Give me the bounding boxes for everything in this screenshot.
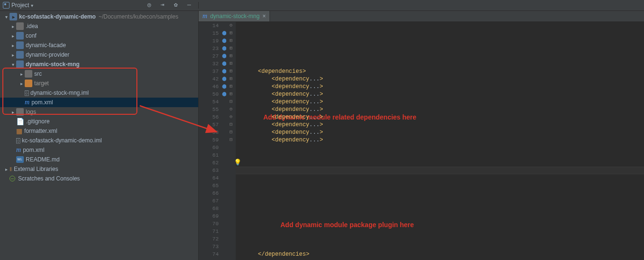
file-icon: ⌹ [16, 137, 20, 144]
editor-tabs: m dynamic-stock-mng × [199, 11, 644, 22]
project-icon [3, 2, 10, 9]
node-label: External Libraries [14, 166, 58, 172]
tree-formatter[interactable]: ▦ formatter.xml [0, 126, 198, 136]
library-icon: ⫴ [10, 166, 12, 172]
folder-icon: ▸ [10, 13, 17, 20]
collapse-arrow-icon[interactable]: ▸ [10, 110, 16, 115]
editor-area: m dynamic-stock-mng × 141519232732374246… [199, 11, 644, 260]
collapse-arrow-icon[interactable]: ▸ [10, 24, 16, 29]
vcs-gutter: ⬤⬤⬤⬤⬤⬤⬤⬤⬤ [222, 22, 226, 260]
folder-icon [16, 41, 24, 49]
node-label: formatter.xml [24, 128, 57, 134]
node-label: pom.xml [31, 99, 53, 106]
editor-body[interactable]: 1415192327323742465054555657585960616263… [199, 22, 644, 260]
project-toolbar: ◎ ⇥ ✿ — [146, 2, 195, 9]
locate-icon[interactable]: ◎ [146, 2, 153, 9]
expand-arrow-icon[interactable]: ▾ [3, 14, 10, 20]
collapse-icon[interactable]: ⇥ [159, 2, 166, 9]
tree-root-pom[interactable]: m pom.xml [0, 145, 198, 155]
node-label: dynamic-stock-mng.iml [30, 90, 89, 96]
tree-readme[interactable]: M↓ README.md [0, 155, 198, 164]
close-icon[interactable]: × [262, 13, 266, 20]
node-label: README.md [26, 156, 59, 163]
node-label: kc-sofastack-dynamic-demo.iml [22, 137, 102, 144]
line-gutter[interactable]: 1415192327323742465054555657585960616263… [199, 22, 222, 260]
tree-target[interactable]: ▸ target [0, 79, 198, 88]
collapse-arrow-icon[interactable]: ▸ [18, 81, 25, 86]
markdown-icon: M↓ [16, 156, 24, 163]
tree-root[interactable]: ▾ ▸ kc-sofastack-dynamic-demo ~/Document… [0, 12, 198, 21]
root-path: ~/Documents/kubecon/samples [98, 13, 178, 20]
file-icon: 📄 [16, 118, 24, 125]
tree-pom-selected[interactable]: m pom.xml [0, 98, 198, 107]
collapse-arrow-icon[interactable]: ▸ [10, 33, 16, 39]
node-label: Scratches and Consoles [18, 175, 80, 182]
collapse-arrow-icon[interactable]: ▸ [3, 167, 10, 172]
tree-facade[interactable]: ▸ dynamic-facade [0, 40, 198, 50]
tab-label: dynamic-stock-mng [210, 13, 260, 20]
folder-icon [25, 70, 32, 78]
chevron-down-icon: ▾ [31, 3, 33, 8]
folder-icon [16, 32, 24, 40]
root-name: kc-sofastack-dynamic-demo [19, 13, 96, 20]
node-label: logs [26, 109, 36, 115]
hide-icon[interactable]: — [186, 2, 192, 9]
editor-tab[interactable]: m dynamic-stock-mng × [199, 11, 270, 21]
project-tree[interactable]: ▾ ▸ kc-sofastack-dynamic-demo ~/Document… [0, 11, 199, 260]
folder-icon [16, 51, 24, 59]
folder-icon [16, 108, 24, 116]
xml-icon: ▦ [16, 127, 22, 135]
node-label: conf [26, 32, 37, 39]
folder-icon [16, 60, 24, 68]
collapse-arrow-icon[interactable]: ▸ [10, 52, 16, 58]
node-label: dynamic-stock-mng [26, 61, 79, 68]
folder-icon [16, 22, 24, 30]
tree-logs[interactable]: ▸ logs [0, 107, 198, 117]
tree-provider[interactable]: ▸ dynamic-provider [0, 50, 198, 60]
tree-conf[interactable]: ▸ conf [0, 31, 198, 40]
fold-gutter[interactable]: ⊖⊞⊞⊞⊞⊞⊞⊞⊞⊞⊟⊖⊖⊟⊟⊟ [226, 22, 236, 260]
node-label: target [34, 80, 49, 87]
tree-src[interactable]: ▸ src [0, 69, 198, 79]
collapse-arrow-icon[interactable]: ▸ [18, 71, 25, 77]
tree-scratches[interactable]: ▸ Scratches and Consoles [0, 174, 198, 183]
intention-bulb-icon[interactable]: 💡 [234, 159, 241, 167]
scratch-icon [10, 176, 15, 181]
settings-icon[interactable]: ✿ [173, 2, 179, 9]
node-label: dynamic-provider [26, 51, 69, 58]
node-label: dynamic-facade [26, 42, 66, 49]
project-panel-header: Project ▾ ◎ ⇥ ✿ — [0, 2, 199, 9]
maven-icon: m [25, 99, 29, 106]
tree-iml[interactable]: ⌹ dynamic-stock-mng.iml [0, 88, 198, 98]
tree-gitignore[interactable]: 📄 .gitignore [0, 117, 198, 126]
maven-icon: m [16, 146, 21, 154]
tree-libs[interactable]: ▸ ⫴ External Libraries [0, 164, 198, 174]
project-dropdown[interactable]: Project ▾ [3, 2, 33, 9]
expand-arrow-icon[interactable]: ▾ [10, 62, 16, 67]
node-label: .gitignore [26, 118, 49, 125]
top-bar: Project ▾ ◎ ⇥ ✿ — [0, 0, 644, 11]
folder-icon [25, 80, 32, 87]
maven-icon: m [202, 12, 207, 20]
node-label: src [34, 70, 42, 77]
file-icon: ⌹ [25, 89, 29, 97]
node-label: .idea [26, 23, 38, 30]
code-content[interactable]: 💡 Add dynamic module related dependencie… [236, 22, 644, 260]
tree-idea[interactable]: ▸ .idea [0, 21, 198, 31]
tree-stock[interactable]: ▾ dynamic-stock-mng [0, 60, 198, 69]
node-label: pom.xml [23, 147, 44, 153]
collapse-arrow-icon[interactable]: ▸ [10, 43, 16, 48]
project-label: Project [11, 2, 29, 9]
tree-root-iml[interactable]: ⌹ kc-sofastack-dynamic-demo.iml [0, 136, 198, 145]
